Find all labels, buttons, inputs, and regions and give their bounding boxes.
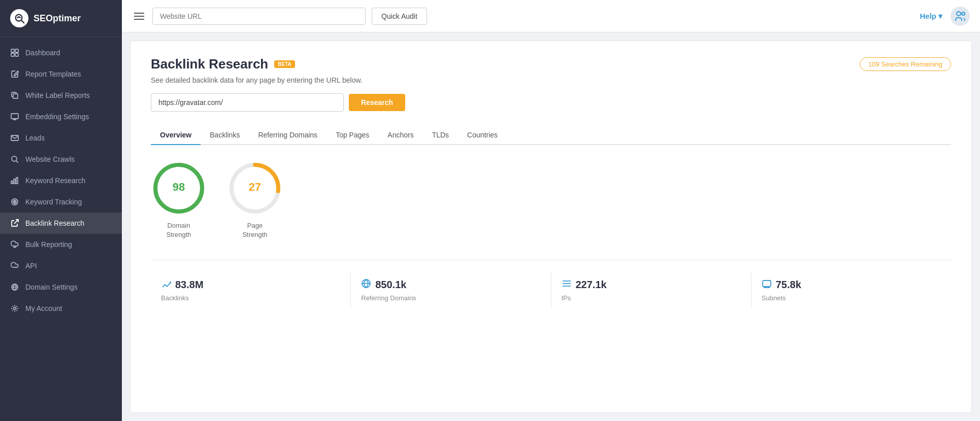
sidebar-item-label: Embedding Settings: [25, 113, 89, 121]
sidebar-item-api[interactable]: API: [0, 255, 122, 276]
research-url-input[interactable]: [151, 93, 344, 112]
sidebar-item-label: Report Templates: [25, 70, 81, 78]
stat-icon-3: [762, 278, 772, 291]
stat-item-backlinks: 83.8M Backlinks: [151, 272, 351, 308]
domain-strength-widget: 98 DomainStrength: [151, 160, 207, 239]
topbar: Quick Audit Help ▾: [122, 0, 980, 32]
target-icon: [10, 197, 19, 206]
topbar-right: Help ▾: [920, 7, 970, 26]
mail-icon: [10, 133, 19, 143]
stat-item-ips: 227.1k IPs: [551, 272, 752, 308]
tab-referring-domains[interactable]: Referring Domains: [249, 126, 326, 145]
circles-row: 98 DomainStrength 27 PageStrength: [151, 160, 951, 239]
sidebar-item-keyword-tracking[interactable]: Keyword Tracking: [0, 191, 122, 213]
svg-rect-11: [11, 181, 13, 184]
svg-rect-6: [13, 94, 18, 98]
tab-tlds[interactable]: TLDs: [423, 126, 458, 145]
logo-icon: [10, 9, 28, 27]
search-row: Research: [151, 93, 951, 112]
tab-top-pages[interactable]: Top Pages: [326, 126, 378, 145]
gear-icon: [10, 304, 19, 313]
svg-rect-36: [763, 280, 771, 287]
research-button[interactable]: Research: [349, 94, 405, 111]
svg-point-16: [14, 201, 15, 202]
sidebar-item-bulk-reporting[interactable]: Bulk Reporting: [0, 234, 122, 255]
stat-value-row: 75.8k: [762, 278, 801, 291]
sidebar-item-domain-settings[interactable]: Domain Settings: [0, 276, 122, 298]
svg-rect-4: [11, 53, 14, 56]
sidebar-item-label: Keyword Tracking: [25, 198, 82, 206]
stat-value-row: 227.1k: [562, 278, 607, 291]
sidebar-nav: Dashboard Report Templates White Label R…: [0, 37, 122, 421]
cloud-icon: [10, 240, 19, 249]
sidebar-item-label: White Label Reports: [25, 91, 90, 99]
stat-value: 850.1k: [375, 279, 406, 291]
stat-icon-2: [562, 278, 572, 291]
logo-text: SEOptimer: [34, 13, 81, 24]
sidebar-item-label: Website Crawls: [25, 155, 75, 163]
globe-icon: [10, 283, 19, 292]
page-strength-circle: 27: [227, 160, 283, 216]
stat-label: IPs: [562, 294, 571, 302]
sidebar-item-my-account[interactable]: My Account: [0, 298, 122, 319]
page-strength-widget: 27 PageStrength: [227, 160, 283, 239]
domain-strength-circle: 98: [151, 160, 207, 216]
stat-value: 227.1k: [576, 279, 607, 291]
domain-strength-label: DomainStrength: [166, 221, 191, 239]
svg-point-9: [12, 156, 17, 161]
sidebar-item-report-templates[interactable]: Report Templates: [0, 63, 122, 85]
sidebar-item-label: My Account: [25, 304, 62, 312]
beta-badge: Beta: [274, 60, 295, 68]
tab-countries[interactable]: Countries: [458, 126, 507, 145]
stat-value: 75.8k: [776, 279, 801, 291]
sidebar-item-website-crawls[interactable]: Website Crawls: [0, 149, 122, 170]
main-wrapper: Quick Audit Help ▾ Backlink Research Bet…: [122, 0, 980, 421]
cloud-alt-icon: [10, 261, 19, 270]
page-title-row: Backlink Research Beta: [151, 56, 295, 72]
stat-item-referring-domains: 850.1k Referring Domains: [351, 272, 551, 308]
content-area: Backlink Research Beta 109 Searches Rema…: [130, 41, 972, 413]
sidebar-item-leads[interactable]: Leads: [0, 127, 122, 149]
bar-chart-icon: [10, 176, 19, 185]
page-title: Backlink Research: [151, 56, 268, 72]
svg-line-1: [21, 20, 24, 23]
sidebar-item-label: Bulk Reporting: [25, 240, 72, 249]
grid-icon: [10, 48, 19, 57]
tab-overview[interactable]: Overview: [151, 126, 201, 145]
svg-rect-12: [14, 179, 15, 184]
help-button[interactable]: Help ▾: [920, 12, 942, 21]
user-avatar[interactable]: [951, 7, 970, 26]
sidebar-item-keyword-research[interactable]: Keyword Research: [0, 170, 122, 191]
svg-rect-7: [11, 114, 18, 119]
hamburger-button[interactable]: [132, 11, 146, 22]
stat-value-row: 850.1k: [361, 278, 406, 291]
sidebar-item-label: API: [25, 262, 37, 270]
file-edit-icon: [10, 69, 19, 79]
tab-backlinks[interactable]: Backlinks: [201, 126, 249, 145]
sidebar-logo[interactable]: SEOptimer: [0, 0, 122, 37]
searches-remaining: 109 Searches Remaining: [860, 57, 951, 71]
svg-rect-3: [15, 49, 18, 52]
sidebar-item-label: Backlink Research: [25, 219, 84, 227]
stat-label: Referring Domains: [361, 294, 416, 302]
stat-icon-0: [161, 278, 171, 291]
sidebar-item-dashboard[interactable]: Dashboard: [0, 42, 122, 63]
svg-line-17: [14, 220, 18, 224]
search-circle-icon: [10, 155, 19, 164]
external-link-icon: [10, 219, 19, 228]
sidebar-item-embedding[interactable]: Embedding Settings: [0, 106, 122, 127]
page-strength-label: PageStrength: [242, 221, 267, 239]
sidebar-item-label: Domain Settings: [25, 283, 78, 291]
svg-rect-13: [16, 178, 18, 184]
sidebar: SEOptimer Dashboard Report Templates Whi…: [0, 0, 122, 421]
subtitle: See detailed backlink data for any page …: [151, 76, 951, 84]
tab-anchors[interactable]: Anchors: [378, 126, 422, 145]
url-input[interactable]: [152, 8, 366, 25]
sidebar-item-white-label[interactable]: White Label Reports: [0, 85, 122, 106]
sidebar-item-backlink-research[interactable]: Backlink Research: [0, 213, 122, 234]
tabs: OverviewBacklinksReferring DomainsTop Pa…: [151, 126, 951, 145]
svg-point-23: [957, 12, 961, 16]
quick-audit-button[interactable]: Quick Audit: [372, 8, 427, 25]
sidebar-item-label: Keyword Research: [25, 177, 85, 185]
stat-label: Subnets: [762, 294, 786, 302]
